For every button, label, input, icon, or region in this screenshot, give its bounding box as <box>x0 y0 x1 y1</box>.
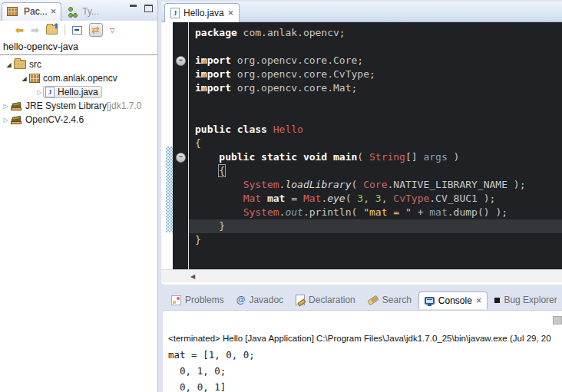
up-folder-icon[interactable]: ⬆ <box>46 25 58 35</box>
fold-collapse-icon[interactable]: − <box>176 56 186 66</box>
code-line: import org.opencv.core.Core; <box>189 54 562 68</box>
editor-range-column <box>166 22 173 269</box>
code-token: Core <box>363 179 387 190</box>
collapse-all-icon[interactable] <box>72 26 82 35</box>
tab-package-explorer-label: Pac... <box>24 6 48 17</box>
tree-item-hello-java[interactable]: ▷JHello.java <box>0 85 157 99</box>
fold-collapse-icon[interactable]: − <box>176 153 186 163</box>
tree-item-opencv-2-4-6[interactable]: ▷OpenCV-2.4.6 <box>0 113 157 127</box>
code-line: { <box>189 164 562 178</box>
tree-item-label: src <box>29 59 41 70</box>
code-token: import <box>195 54 231 66</box>
package-icon <box>29 74 40 83</box>
console-line: 0, 0, 1] <box>168 379 255 392</box>
tab-label: Declaration <box>309 295 355 305</box>
collapsed-arrow-icon[interactable]: ▷ <box>2 117 10 124</box>
editor-content: −− package com.anlak.opencv;import org.o… <box>161 22 562 269</box>
code-line: } <box>189 219 562 233</box>
method-range-indicator <box>166 147 173 232</box>
minimize-icon[interactable] <box>130 5 137 12</box>
code-token: 3 <box>357 193 363 204</box>
tab-javadoc[interactable]: @Javadoc <box>231 292 289 308</box>
link-with-editor-icon[interactable]: ⇄ <box>89 23 103 37</box>
tree-item-jre-system-library[interactable]: ▷JRE System Library [jdk1.7.0 <box>0 99 157 113</box>
tab-declaration[interactable]: Declaration <box>290 292 361 308</box>
code-token: import <box>195 68 231 80</box>
tree-item-com-anlak-opencv[interactable]: ◢com.anlak.opencv <box>0 71 157 85</box>
library-icon <box>11 101 22 110</box>
java-file-icon: J <box>45 87 55 97</box>
code-token: mat <box>429 206 447 218</box>
maximize-icon[interactable] <box>144 5 153 12</box>
close-icon[interactable]: ✕ <box>228 9 234 17</box>
code-token: } <box>195 234 201 245</box>
view-menu-icon[interactable]: ▽ <box>110 27 114 34</box>
console-toolbar-button[interactable] <box>553 316 562 324</box>
tab-package-explorer[interactable]: Pac... ✕ <box>2 2 61 21</box>
package-explorer-toolbar: ⬅ ➡ ⬆ ⇄ ▽ <box>0 21 157 39</box>
code-token: ( <box>352 179 364 190</box>
scroll-left-icon[interactable]: ◀ <box>190 273 195 280</box>
left-view-tabbar: Pac... ✕ Ty... <box>0 0 157 21</box>
search-icon <box>367 295 379 305</box>
code-token: out <box>285 206 302 218</box>
code-token: { <box>195 137 201 149</box>
library-icon <box>11 115 22 124</box>
code-token: , <box>382 193 394 204</box>
tab-label: Javadoc <box>249 295 283 305</box>
code-token <box>195 206 243 218</box>
code-line: public class Hello <box>189 123 562 137</box>
editor-tab-label: Hello.java <box>183 8 224 18</box>
code-token: mat <box>267 193 285 204</box>
folding-gutter[interactable]: −− <box>173 22 188 269</box>
code-editor[interactable]: package com.anlak.opencv;import org.open… <box>189 22 562 269</box>
tab-type-hierarchy[interactable]: Ty... <box>63 2 104 21</box>
code-line <box>189 95 562 109</box>
javadoc-icon: @ <box>236 295 246 305</box>
code-token: CvType <box>393 193 429 204</box>
code-token: .CV_8UC1 ); <box>429 193 495 204</box>
code-line: package com.anlak.opencv; <box>189 26 562 40</box>
code-line: } <box>189 233 562 247</box>
code-line: { <box>189 137 562 150</box>
code-token: Mat <box>243 193 261 204</box>
code-line: import org.opencv.core.CvType; <box>189 68 562 81</box>
code-token: System <box>243 179 279 190</box>
code-line: import org.opencv.core.Mat; <box>189 81 562 95</box>
tab-hello-java[interactable]: J Hello.java ✕ <box>164 3 240 22</box>
code-line <box>189 109 562 123</box>
expanded-arrow-icon[interactable]: ◢ <box>5 61 13 68</box>
project-label[interactable]: hello-opencv-java <box>0 39 157 55</box>
tab-label: Search <box>382 295 412 305</box>
back-icon[interactable]: ⬅ <box>15 25 24 35</box>
code-line: System.out.println( "mat = " + mat.dump(… <box>189 206 562 219</box>
tab-label: Console <box>438 295 472 306</box>
code-token: String <box>369 151 405 163</box>
tab-console[interactable]: Console✕ <box>418 292 488 309</box>
code-token: + <box>412 206 429 218</box>
code-token: package <box>195 27 237 38</box>
tab-problems[interactable]: Problems <box>166 292 230 308</box>
tree-item-src[interactable]: ◢src <box>0 58 157 71</box>
project-tree[interactable]: ◢src◢com.anlak.opencv▷JHello.java▷JRE Sy… <box>0 55 157 127</box>
tree-item-decoration: [jdk1.7.0 <box>107 100 141 111</box>
code-token: import <box>195 82 231 94</box>
expanded-arrow-icon[interactable]: ◢ <box>20 75 28 82</box>
code-token <box>195 165 219 176</box>
collapsed-arrow-icon[interactable]: ▷ <box>2 103 10 110</box>
close-icon[interactable]: ✕ <box>51 8 57 15</box>
console-output[interactable]: mat = [1, 0, 0; 0, 1, 0; 0, 0, 1] <box>168 347 255 392</box>
forward-icon[interactable]: ➡ <box>31 25 39 35</box>
code-token: .NATIVE_LIBRARY_NAME ); <box>387 179 525 190</box>
package-explorer-icon <box>7 7 18 16</box>
tab-bug-explorer[interactable]: Bug Explorer <box>489 292 562 308</box>
package-explorer-view: Pac... ✕ Ty... ⬅ ➡ ⬆ ⇄ ▽ hello-opencv-ja… <box>0 0 158 392</box>
editor-horizontal-scrollbar[interactable]: ◀ <box>161 269 562 282</box>
editor-tabbar: J Hello.java ✕ <box>161 2 562 22</box>
tab-search[interactable]: Search <box>362 292 417 308</box>
close-icon[interactable]: ✕ <box>476 297 482 305</box>
code-token: "mat = " <box>363 206 412 218</box>
code-token: public class <box>195 124 273 135</box>
code-token: .dump() ); <box>448 206 507 218</box>
selected-item-highlight: JHello.java <box>43 86 102 98</box>
